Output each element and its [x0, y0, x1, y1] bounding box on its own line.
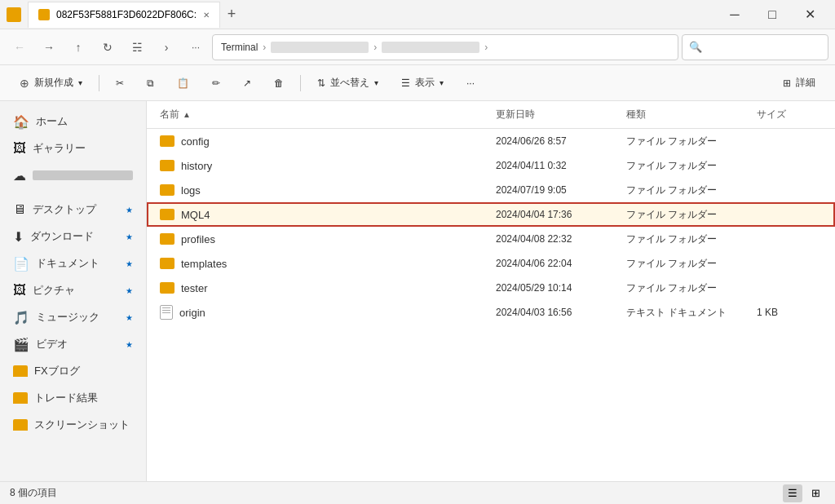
path-blurred-2 [382, 42, 479, 53]
sidebar-item-cloud[interactable]: ☁ [3, 162, 143, 188]
pin-icon-2: ★ [126, 232, 133, 241]
file-row-profiles[interactable]: profiles 2024/04/08 22:32 ファイル フォルダー [147, 227, 835, 251]
search-box[interactable]: 🔍 [682, 34, 828, 60]
back-button[interactable]: ← [7, 34, 33, 60]
file-row-mql4[interactable]: MQL4 2024/04/04 17:36 ファイル フォルダー [147, 202, 835, 227]
file-row-config[interactable]: config 2024/06/26 8:57 ファイル フォルダー [147, 129, 835, 153]
delete-icon: 🗑 [274, 77, 284, 89]
file-rows-container: config 2024/06/26 8:57 ファイル フォルダー histor… [147, 129, 835, 325]
col-type-label: 種類 [626, 108, 646, 122]
sort-button[interactable]: ⇅ 並べ替え ▾ [307, 70, 388, 96]
share-button[interactable]: ↗ [233, 70, 261, 96]
col-modified[interactable]: 更新日時 [496, 104, 626, 125]
sidebar-item-fxblog[interactable]: FXブログ [3, 358, 143, 384]
col-name[interactable]: 名前 ▲ [160, 104, 496, 125]
home-icon: 🏠 [13, 114, 29, 130]
new-tab-button[interactable]: + [220, 3, 243, 26]
separator-1 [99, 75, 99, 91]
copy-button[interactable]: ⧉ [137, 70, 164, 96]
view-label: 表示 [415, 76, 435, 90]
file-row-logs[interactable]: logs 2024/07/19 9:05 ファイル フォルダー [147, 178, 835, 202]
detail-icon: ⊞ [783, 77, 791, 89]
separator-2 [300, 75, 301, 91]
up-button[interactable]: ↑ [65, 34, 91, 60]
sidebar-label-fxblog: FXブログ [34, 364, 80, 378]
file-name: tester [181, 282, 208, 294]
desktop-icon: 🖥 [13, 202, 26, 217]
file-row-templates[interactable]: templates 2024/04/06 22:04 ファイル フォルダー [147, 251, 835, 276]
file-type: ファイル フォルダー [626, 183, 757, 197]
monitor-button[interactable]: ☵ [124, 34, 150, 60]
ellipsis-button[interactable]: ··· [183, 34, 209, 60]
tab-close-btn[interactable]: ✕ [203, 11, 210, 20]
toolbar: ⊕ 新規作成 ▾ ✂ ⧉ 📋 ✏ ↗ 🗑 ⇅ 並べ替え ▾ ☰ 表示 ▾ ···… [0, 65, 835, 101]
pin-icon-4: ★ [126, 286, 133, 295]
window-controls: ─ □ ✕ [716, 0, 828, 29]
file-name: config [181, 135, 210, 148]
sidebar-item-screenshot[interactable]: スクリーンショット [3, 412, 143, 438]
delete-button[interactable]: 🗑 [264, 70, 294, 96]
sidebar-item-video[interactable]: 🎬 ビデオ ★ [3, 331, 143, 357]
search-input[interactable] [707, 42, 821, 53]
new-button[interactable]: ⊕ 新規作成 ▾ [10, 70, 92, 96]
close-button[interactable]: ✕ [791, 0, 828, 29]
search-icon: 🔍 [689, 41, 702, 53]
list-view-button[interactable]: ☰ [783, 484, 802, 502]
cut-button[interactable]: ✂ [106, 70, 134, 96]
file-name-cell: tester [160, 282, 496, 294]
col-sort-icon: ▲ [183, 110, 191, 119]
sidebar-item-music[interactable]: 🎵 ミュージック ★ [3, 304, 143, 330]
more-button[interactable]: ··· [457, 70, 484, 96]
file-type: ファイル フォルダー [626, 281, 757, 295]
sort-icon: ⇅ [317, 77, 325, 89]
file-row-tester[interactable]: tester 2024/05/29 10:14 ファイル フォルダー [147, 276, 835, 300]
sidebar-item-home[interactable]: 🏠 ホーム [3, 108, 143, 135]
sidebar-label-gallery: ギャラリー [33, 141, 86, 156]
documents-icon: 📄 [13, 256, 29, 272]
folder-icon [160, 209, 175, 220]
file-name-cell: logs [160, 184, 496, 197]
view-icon: ☰ [401, 77, 410, 89]
sidebar-item-trade[interactable]: トレード結果 [3, 385, 143, 411]
maximize-button[interactable]: □ [753, 0, 791, 29]
file-type: ファイル フォルダー [626, 257, 757, 271]
address-path[interactable]: Terminal › › › [212, 34, 678, 60]
view-button[interactable]: ☰ 表示 ▾ [391, 70, 453, 96]
plus-icon: ⊕ [20, 77, 29, 90]
file-date: 2024/04/04 17:36 [496, 209, 626, 220]
sidebar-item-pictures[interactable]: 🖼 ピクチャ ★ [3, 277, 143, 303]
sidebar-item-downloads[interactable]: ⬇ ダウンロード ★ [3, 223, 143, 250]
title-bar: 082F53F5881F3D6022DF806C: ✕ + ─ □ ✕ [0, 0, 835, 29]
detail-button[interactable]: ⊞ 詳細 [773, 70, 825, 96]
file-row-history[interactable]: history 2024/04/11 0:32 ファイル フォルダー [147, 153, 835, 178]
file-list: 名前 ▲ 更新日時 種類 サイズ config 2024/06/26 8:57 … [147, 101, 835, 481]
rename-button[interactable]: ✏ [202, 70, 230, 96]
col-type[interactable]: 種類 [626, 104, 757, 125]
file-date: 2024/04/08 22:32 [496, 233, 626, 245]
file-date: 2024/07/19 9:05 [496, 184, 626, 196]
grid-view-button[interactable]: ⊞ [806, 484, 825, 502]
refresh-button[interactable]: ↻ [95, 34, 121, 60]
file-row-origin[interactable]: origin 2024/04/03 16:56 テキスト ドキュメント 1 KB [147, 300, 835, 325]
file-date: 2024/05/29 10:14 [496, 282, 626, 294]
chevron-button[interactable]: › [153, 34, 179, 60]
sidebar-item-desktop[interactable]: 🖥 デスクトップ ★ [3, 197, 143, 223]
file-name-cell: origin [160, 305, 496, 320]
paste-icon: 📋 [177, 77, 189, 89]
sidebar-label-downloads: ダウンロード [30, 229, 94, 244]
window-icon [7, 7, 21, 22]
sidebar-item-documents[interactable]: 📄 ドキュメント ★ [3, 250, 143, 276]
view-chevron: ▾ [440, 78, 444, 87]
pin-icon-6: ★ [126, 340, 133, 349]
col-modified-label: 更新日時 [496, 108, 535, 122]
sidebar-item-gallery[interactable]: 🖼 ギャラリー [3, 135, 143, 161]
tab-title: 082F53F5881F3D6022DF806C: [56, 9, 197, 20]
col-size-label: サイズ [757, 108, 786, 122]
main-content: 🏠 ホーム 🖼 ギャラリー ☁ 🖥 デスクトップ ★ ⬇ ダウンロード ★ 📄 … [0, 101, 835, 481]
item-count: 8 個の項目 [10, 486, 57, 500]
paste-button[interactable]: 📋 [167, 70, 199, 96]
tab-active[interactable]: 082F53F5881F3D6022DF806C: ✕ [28, 2, 220, 28]
minimize-button[interactable]: ─ [716, 0, 753, 29]
forward-button[interactable]: → [36, 34, 62, 60]
col-size[interactable]: サイズ [757, 104, 822, 125]
